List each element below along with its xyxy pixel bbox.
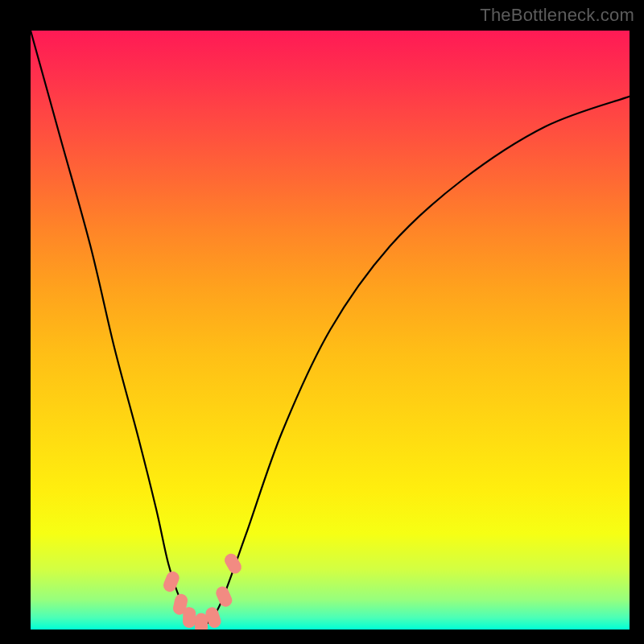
curve-marker bbox=[214, 584, 234, 609]
plot-area bbox=[31, 31, 630, 630]
curve-markers bbox=[162, 551, 244, 630]
curve-marker bbox=[162, 569, 182, 593]
curve-marker bbox=[195, 613, 208, 630]
bottleneck-chart bbox=[31, 31, 630, 630]
bottleneck-curve-line bbox=[31, 31, 630, 625]
curve-marker bbox=[222, 551, 244, 576]
curve-marker bbox=[183, 607, 196, 629]
watermark-text: TheBottleneck.com bbox=[480, 5, 634, 26]
chart-frame: TheBottleneck.com bbox=[0, 0, 644, 644]
